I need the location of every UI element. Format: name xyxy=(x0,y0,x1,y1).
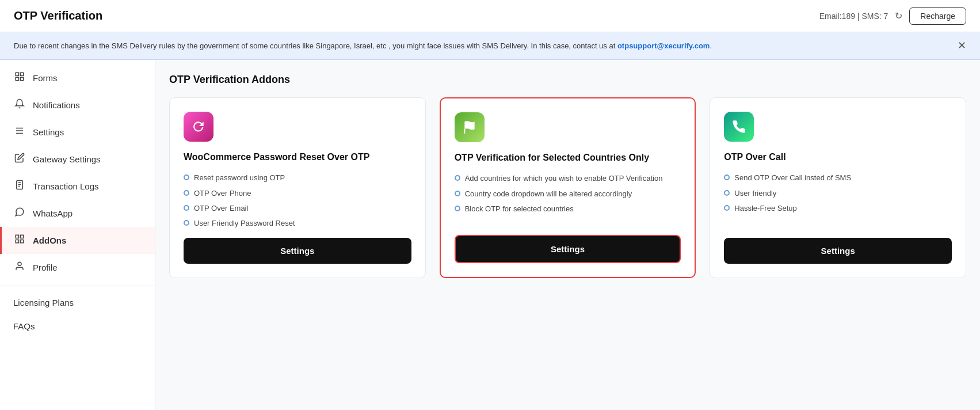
svg-point-15 xyxy=(18,262,21,265)
recharge-button[interactable]: Recharge xyxy=(909,7,966,25)
addon-card-selected-countries: OTP Verification for Selected Countries … xyxy=(440,97,696,278)
svg-rect-14 xyxy=(16,240,18,243)
page-title: OTP Verification xyxy=(14,9,102,22)
sidebar-item-addons[interactable]: AddOns xyxy=(0,227,155,254)
selected-countries-card-icon xyxy=(455,112,485,142)
selected-countries-feature-2: Country code dropdown will be altered ac… xyxy=(455,189,681,199)
banner-text: Due to recent changes in the SMS Deliver… xyxy=(14,40,712,52)
woocommerce-feature-4: User Friendly Password Reset xyxy=(184,218,411,229)
notifications-icon xyxy=(13,98,26,112)
sidebar-item-faqs[interactable]: FAQs xyxy=(0,314,155,338)
bullet-icon xyxy=(724,190,730,196)
addons-cards-grid: WooCommerce Password Reset Over OTP Rese… xyxy=(169,97,966,278)
selected-countries-features: Add countries for which you wish to enab… xyxy=(455,173,681,226)
bullet-icon xyxy=(724,174,730,180)
sidebar-gateway-settings-label: Gateway Settings xyxy=(33,154,101,164)
sidebar-divider xyxy=(0,286,155,286)
bullet-icon xyxy=(455,206,460,211)
otp-over-call-card-title: OTP Over Call xyxy=(724,151,952,164)
forms-icon xyxy=(13,71,26,85)
header-right: Email:189 | SMS: 7 ↻ Recharge xyxy=(819,7,966,25)
woocommerce-feature-2: OTP Over Phone xyxy=(184,188,411,199)
sidebar-whatsapp-label: WhatsApp xyxy=(33,208,73,218)
otp-over-call-settings-button[interactable]: Settings xyxy=(724,238,952,264)
svg-rect-1 xyxy=(21,73,24,75)
woocommerce-card-title: WooCommerce Password Reset Over OTP xyxy=(184,151,411,164)
bullet-icon xyxy=(184,220,189,226)
sidebar-forms-label: Forms xyxy=(33,73,58,83)
selected-countries-feature-3: Block OTP for selected countries xyxy=(455,204,681,214)
transaction-logs-icon xyxy=(13,180,26,193)
sidebar-item-transaction-logs[interactable]: Transaction Logs xyxy=(0,173,155,200)
sidebar-faqs-label: FAQs xyxy=(13,321,35,331)
woocommerce-feature-1: Reset password using OTP xyxy=(184,173,411,183)
otp-over-call-card-icon xyxy=(724,112,754,142)
otp-over-call-feature-1: Send OTP Over Call insted of SMS xyxy=(724,173,952,183)
whatsapp-icon xyxy=(13,207,26,220)
addons-icon xyxy=(13,234,26,247)
app-layout: Forms Notifications Settings Gateway Set… xyxy=(0,60,980,410)
banner-close-icon[interactable]: ✕ xyxy=(958,38,966,54)
svg-rect-11 xyxy=(16,235,18,238)
sidebar-addons-label: AddOns xyxy=(33,236,66,245)
header: OTP Verification Email:189 | SMS: 7 ↻ Re… xyxy=(0,0,980,32)
sidebar-transaction-logs-label: Transaction Logs xyxy=(33,181,99,191)
sidebar-item-licensing-plans[interactable]: Licensing Plans xyxy=(0,291,155,314)
sidebar-item-notifications[interactable]: Notifications xyxy=(0,92,155,119)
otp-over-call-feature-3: Hassle-Free Setup xyxy=(724,203,952,214)
settings-icon xyxy=(13,126,26,139)
svg-rect-3 xyxy=(16,78,18,81)
sidebar-settings-label: Settings xyxy=(33,127,64,137)
addons-page-title: OTP Verification Addons xyxy=(169,74,966,86)
selected-countries-card-title: OTP Verification for Selected Countries … xyxy=(455,151,681,164)
woocommerce-feature-3: OTP Over Email xyxy=(184,203,411,214)
sidebar-item-settings[interactable]: Settings xyxy=(0,119,155,146)
bullet-icon xyxy=(184,174,189,180)
woocommerce-settings-button[interactable]: Settings xyxy=(184,238,411,264)
credits-display: Email:189 | SMS: 7 xyxy=(819,12,889,21)
svg-rect-0 xyxy=(16,73,18,75)
sidebar-notifications-label: Notifications xyxy=(33,100,80,110)
bullet-icon xyxy=(455,191,460,196)
main-content: OTP Verification Addons WooCommerce Pass… xyxy=(155,60,980,410)
sidebar-item-profile[interactable]: Profile xyxy=(0,254,155,281)
svg-rect-13 xyxy=(21,240,24,243)
otp-over-call-features: Send OTP Over Call insted of SMS User fr… xyxy=(724,173,952,229)
support-email-link[interactable]: otpsupport@xecurify.com xyxy=(617,41,710,50)
bullet-icon xyxy=(724,205,730,211)
sidebar: Forms Notifications Settings Gateway Set… xyxy=(0,60,155,410)
svg-rect-12 xyxy=(21,235,24,238)
svg-rect-2 xyxy=(21,78,24,81)
bullet-icon xyxy=(184,190,189,196)
addon-card-otp-over-call: OTP Over Call Send OTP Over Call insted … xyxy=(710,97,966,278)
sidebar-item-gateway-settings[interactable]: Gateway Settings xyxy=(0,146,155,173)
woocommerce-card-icon xyxy=(184,112,213,142)
otp-over-call-feature-2: User friendly xyxy=(724,188,952,199)
sidebar-profile-label: Profile xyxy=(33,263,58,272)
sidebar-licensing-plans-label: Licensing Plans xyxy=(13,298,74,308)
woocommerce-features: Reset password using OTP OTP Over Phone … xyxy=(184,173,411,229)
gateway-settings-icon xyxy=(13,153,26,166)
addon-card-woocommerce: WooCommerce Password Reset Over OTP Rese… xyxy=(169,97,426,278)
sidebar-item-whatsapp[interactable]: WhatsApp xyxy=(0,200,155,227)
sidebar-item-forms[interactable]: Forms xyxy=(0,64,155,92)
refresh-icon[interactable]: ↻ xyxy=(895,10,902,21)
bullet-icon xyxy=(184,205,189,211)
bullet-icon xyxy=(455,175,460,181)
selected-countries-settings-button[interactable]: Settings xyxy=(455,235,681,263)
selected-countries-feature-1: Add countries for which you wish to enab… xyxy=(455,173,681,184)
profile-icon xyxy=(13,261,26,274)
announcement-banner: Due to recent changes in the SMS Deliver… xyxy=(0,32,980,60)
